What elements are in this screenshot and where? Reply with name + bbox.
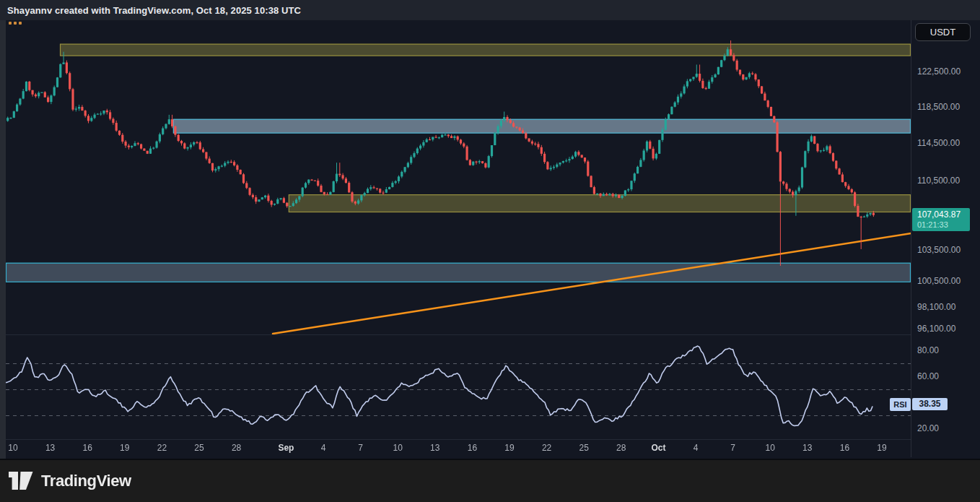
time-tick: 13	[802, 443, 812, 453]
time-tick: 19	[120, 443, 129, 453]
footer: TradingView	[0, 459, 980, 502]
rsi-tick: 80.00	[917, 345, 939, 356]
attribution-bar: Shayannv created with TradingView.com, O…	[0, 0, 980, 20]
legend-collapsed-dots[interactable]	[9, 22, 22, 25]
tradingview-logo[interactable]: TradingView	[9, 472, 131, 490]
time-tick: 28	[616, 443, 626, 453]
time-tick: 10	[393, 443, 403, 453]
time-axis[interactable]: 10131619222528Sep4710131619222528Oct4710…	[0, 440, 911, 457]
rsi-tick: 60.00	[917, 371, 939, 382]
last-price-value: 107,043.87	[917, 209, 970, 220]
time-tick: 25	[194, 443, 204, 453]
time-tick: 22	[157, 443, 167, 453]
rsi-indicator-label[interactable]: RSI	[890, 398, 911, 411]
price-tick: 110,500.00	[917, 175, 960, 186]
bar-countdown: 01:21:33	[917, 220, 970, 229]
tradingview-logo-text: TradingView	[41, 472, 131, 490]
time-tick: 10	[8, 443, 17, 453]
time-tick: 7	[358, 443, 363, 453]
time-tick: 4	[694, 443, 699, 453]
rsi-value-badge: 38.35	[912, 398, 948, 410]
legend-dot-icon	[19, 22, 22, 25]
price-tick: 114,500.00	[917, 137, 960, 149]
time-tick: Sep	[278, 443, 294, 453]
time-tick: 16	[83, 443, 92, 453]
legend-dot-icon	[9, 22, 12, 25]
price-scale[interactable]: USDT 107,043.87 01:21:33 38.35 122,500.0…	[911, 20, 980, 457]
time-tick: 22	[542, 443, 551, 453]
time-tick: 7	[730, 443, 735, 453]
last-price-badge: 107,043.87 01:21:33	[912, 208, 970, 231]
time-tick: 19	[504, 443, 514, 453]
currency-toggle-usdt[interactable]: USDT	[915, 23, 971, 41]
tradingview-logo-icon	[9, 472, 33, 490]
time-tick: 19	[877, 443, 886, 453]
price-tick: 100,500.00	[917, 275, 961, 287]
rsi-tick: 20.00	[917, 423, 939, 434]
price-tick: 103,500.00	[917, 244, 961, 256]
time-tick: 16	[468, 443, 477, 453]
price-tick: 118,500.00	[917, 101, 960, 113]
time-tick: 16	[840, 443, 849, 453]
candlestick-chart[interactable]	[0, 0, 980, 502]
left-edge-strip	[0, 20, 6, 459]
time-tick: 13	[430, 443, 439, 453]
time-tick: 25	[579, 443, 589, 453]
time-tick: 10	[766, 443, 775, 453]
time-tick: Oct	[651, 443, 665, 453]
legend-dot-icon	[14, 22, 17, 25]
price-tick: 122,500.00	[917, 66, 961, 77]
time-tick: 4	[321, 443, 326, 453]
time-tick: 13	[45, 443, 55, 453]
time-tick: 28	[232, 443, 241, 453]
price-tick: 98,100.00	[917, 301, 955, 313]
price-tick: 96,100.00	[917, 323, 955, 334]
attribution-text: Shayannv created with TradingView.com, O…	[7, 5, 301, 16]
